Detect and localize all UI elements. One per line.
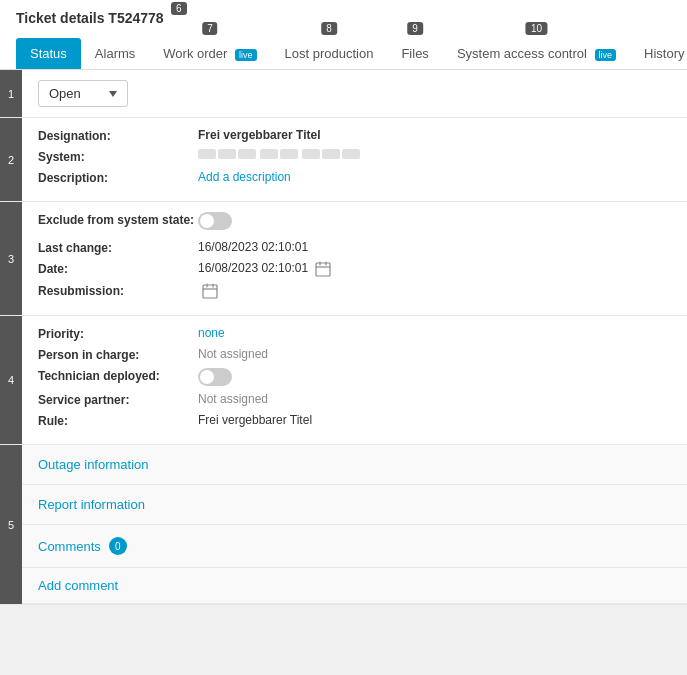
priority-value[interactable]: none — [198, 326, 671, 340]
report-section: Report information — [22, 485, 687, 525]
system-value — [198, 149, 671, 159]
rule-label: Rule: — [38, 413, 198, 428]
sidebar-num-2: 2 — [0, 118, 22, 201]
technician-label: Technician deployed: — [38, 368, 198, 383]
tab-status[interactable]: Status — [16, 38, 81, 69]
tab-alarms[interactable]: Alarms — [81, 38, 149, 69]
field-technician: Technician deployed: — [38, 368, 671, 386]
svg-rect-1 — [203, 285, 217, 298]
field-priority: Priority: none — [38, 326, 671, 341]
designation-value: Frei vergebbarer Titel — [198, 128, 671, 142]
section-status: 1 Open — [0, 70, 687, 118]
annotation-8: 8 — [321, 22, 337, 35]
technician-toggle[interactable] — [198, 368, 232, 386]
section-4: 4 Priority: none Person in charge: Not a… — [0, 316, 687, 445]
comments-title: Comments — [38, 539, 101, 554]
priority-label: Priority: — [38, 326, 198, 341]
comments-header[interactable]: Comments 0 — [22, 525, 687, 567]
personincharge-value: Not assigned — [198, 347, 671, 361]
annotation-7: 7 — [202, 22, 218, 35]
field-lastchange: Last change: 16/08/2023 02:10:01 — [38, 240, 671, 255]
sidebar-num-4: 4 — [0, 316, 22, 444]
sidebar-num-1: 1 — [0, 70, 22, 117]
annotation-9: 9 — [407, 22, 423, 35]
description-value[interactable]: Add a description — [198, 170, 671, 184]
report-header[interactable]: Report information — [22, 485, 687, 524]
exclude-label: Exclude from system state: — [38, 212, 198, 227]
field-servicepartner: Service partner: Not assigned — [38, 392, 671, 407]
main-content: 1 Open 2 Designation: Frei vergebbarer T… — [0, 70, 687, 605]
field-date: Date: 16/08/2023 02:10:01 — [38, 261, 671, 277]
section-4-body: Priority: none Person in charge: Not ass… — [22, 316, 687, 444]
date-label: Date: — [38, 261, 198, 276]
section-5-sidebar-row: 5 Outage information Report information — [0, 445, 687, 605]
dropdown-arrow-icon — [109, 91, 117, 97]
resubmission-label: Resubmission: — [38, 283, 198, 298]
field-personincharge: Person in charge: Not assigned — [38, 347, 671, 362]
tab-systemaccesscontrol[interactable]: 10 System access control live — [443, 38, 630, 69]
outage-section: Outage information — [22, 445, 687, 485]
personincharge-label: Person in charge: — [38, 347, 198, 362]
svg-rect-0 — [316, 263, 330, 276]
resubmission-calendar-icon[interactable] — [202, 283, 218, 299]
lastchange-label: Last change: — [38, 240, 198, 255]
tab-history[interactable]: History — [630, 38, 687, 69]
page-wrapper: Ticket details T524778 6 Status Alarms 7… — [0, 0, 687, 605]
status-dropdown[interactable]: Open — [38, 80, 128, 107]
lastchange-value: 16/08/2023 02:10:01 — [198, 240, 671, 254]
page-header: Ticket details T524778 6 Status Alarms 7… — [0, 0, 687, 70]
section-2-body: Designation: Frei vergebbarer Titel Syst… — [22, 118, 687, 201]
outage-title: Outage information — [38, 457, 149, 472]
tab-bar: Status Alarms 7 Work order live 8 Lost p… — [16, 38, 671, 69]
tab-workorder[interactable]: 7 Work order live — [149, 38, 270, 69]
section-3: 3 Exclude from system state: Last change… — [0, 202, 687, 316]
sidebar-num-3: 3 — [0, 202, 22, 315]
designation-label: Designation: — [38, 128, 198, 143]
section-2: 2 Designation: Frei vergebbarer Titel Sy… — [0, 118, 687, 202]
section-status-body: Open — [22, 70, 687, 117]
resubmission-value — [198, 283, 671, 299]
sidebar-num-5: 5 — [0, 445, 22, 604]
field-rule: Rule: Frei vergebbarer Titel — [38, 413, 671, 428]
section-5: 5 Outage information Report information — [0, 445, 687, 605]
page-title: Ticket details T524778 — [16, 10, 164, 26]
date-value: 16/08/2023 02:10:01 — [198, 261, 671, 277]
add-comment-button[interactable]: Add comment — [22, 568, 687, 604]
tab-lostproduction[interactable]: 8 Lost production — [271, 38, 388, 69]
section-3-body: Exclude from system state: Last change: … — [22, 202, 687, 315]
date-calendar-icon[interactable] — [315, 261, 331, 277]
rule-value: Frei vergebbarer Titel — [198, 413, 671, 427]
servicepartner-label: Service partner: — [38, 392, 198, 407]
servicepartner-value: Not assigned — [198, 392, 671, 406]
systemaccesscontrol-live-badge: live — [595, 49, 617, 61]
report-title: Report information — [38, 497, 145, 512]
tab-files[interactable]: 9 Files — [387, 38, 442, 69]
field-designation: Designation: Frei vergebbarer Titel — [38, 128, 671, 143]
description-label: Description: — [38, 170, 198, 185]
field-resubmission: Resubmission: — [38, 283, 671, 299]
system-dots — [198, 149, 671, 159]
field-system: System: — [38, 149, 671, 164]
field-exclude: Exclude from system state: — [38, 212, 671, 230]
annotation-10: 10 — [526, 22, 547, 35]
outage-header[interactable]: Outage information — [22, 445, 687, 484]
comments-section: Comments 0 — [22, 525, 687, 568]
annotation-6: 6 — [171, 2, 187, 15]
exclude-toggle[interactable] — [198, 212, 232, 230]
field-description: Description: Add a description — [38, 170, 671, 185]
system-label: System: — [38, 149, 198, 164]
comments-count: 0 — [109, 537, 127, 555]
workorder-live-badge: live — [235, 49, 257, 61]
